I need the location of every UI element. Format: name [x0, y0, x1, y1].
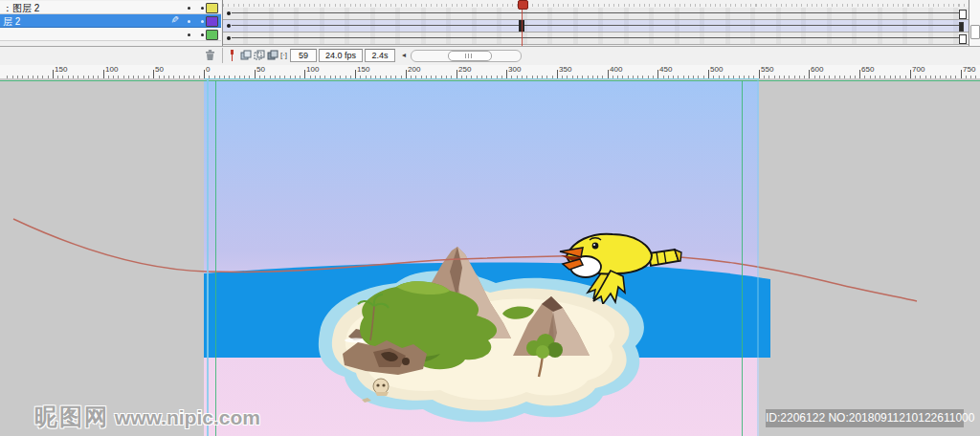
ruler-major-tick: [759, 70, 760, 78]
timeline-toolbar: [·] 59 24.0 fps 2.4s ◂: [0, 46, 980, 66]
visibility-dot[interactable]: [188, 7, 190, 10]
ruler-tick-label: 300: [508, 65, 521, 74]
lock-dot[interactable]: [201, 7, 204, 10]
scrollbar-thumb[interactable]: [970, 25, 980, 39]
bird-artwork[interactable]: [553, 224, 682, 304]
ruler-major-tick: [910, 70, 911, 78]
modify-markers-icon[interactable]: [·]: [278, 49, 290, 61]
animation-editor-window: ：图层 2 层 2 ✎: [0, 0, 980, 436]
trash-icon[interactable]: [204, 49, 216, 61]
current-frame-field[interactable]: 59: [290, 49, 317, 62]
frame-row[interactable]: [223, 33, 969, 45]
ruler-major-tick: [53, 70, 54, 78]
onion-skin-icon[interactable]: [239, 49, 252, 61]
outline-color-swatch[interactable]: [206, 30, 218, 40]
visibility-dot[interactable]: [188, 20, 190, 23]
ruler-major-tick: [809, 70, 810, 78]
span-end-marker[interactable]: [959, 34, 967, 44]
timeline-frames-area[interactable]: [223, 0, 969, 46]
tween-span[interactable]: [232, 25, 959, 26]
ruler-major-tick: [657, 70, 658, 78]
scrollbar-thumb[interactable]: [448, 51, 492, 61]
span-end-marker[interactable]: [959, 10, 967, 19]
vertical-guide-right[interactable]: [742, 80, 743, 436]
tween-span[interactable]: [232, 12, 959, 13]
thumb-grip: [465, 54, 474, 58]
center-frame-icon[interactable]: [226, 49, 238, 61]
ruler-major-tick: [103, 70, 104, 78]
ruler-tick-label: 450: [659, 65, 672, 74]
layers-panel: ：图层 2 层 2 ✎: [0, 0, 223, 46]
ruler-major-tick: [255, 70, 256, 78]
outline-color-swatch[interactable]: [206, 3, 218, 13]
stage-right-edge-guide[interactable]: [757, 78, 759, 436]
stage-canvas[interactable]: 昵图网 www.nipic.com ID:2206122 NO:20180911…: [0, 78, 980, 436]
ruler-tick-label: 200: [408, 65, 420, 74]
keyframe-dot[interactable]: [227, 11, 231, 15]
ruler-tick-label: 100: [306, 65, 319, 74]
frame-row[interactable]: [223, 8, 969, 20]
ruler-tick-label: 250: [458, 65, 471, 74]
lock-dot[interactable]: [201, 33, 204, 36]
ruler-tick-label: 750: [963, 65, 975, 74]
ruler-tick-label: 550: [761, 65, 773, 74]
ruler-tick-label: 600: [811, 65, 823, 74]
onion-skin-outlines-icon[interactable]: [253, 49, 265, 61]
ruler-tick-label: 100: [105, 65, 118, 74]
keyframe-dot[interactable]: [227, 36, 231, 40]
pencil-edit-icon: ✎: [169, 15, 180, 23]
lock-dot[interactable]: [201, 20, 204, 23]
ruler-major-tick: [557, 70, 558, 78]
stage-top-edge: [204, 78, 759, 79]
layer-row-selected[interactable]: 层 2 ✎: [0, 14, 221, 28]
keyframe-dot[interactable]: [227, 24, 231, 28]
ruler-tick-label: 0: [206, 65, 210, 74]
ruler-tick-label: 50: [155, 65, 164, 74]
ruler-tick-label: 650: [861, 65, 874, 74]
frame-row-selected[interactable]: [223, 20, 969, 33]
ruler-tick-label: 700: [912, 65, 924, 74]
toolbar-separator: [222, 48, 223, 63]
ruler-tick-label: 400: [610, 65, 622, 74]
ruler-tick-label: 500: [710, 65, 723, 74]
stage-left-edge-guide[interactable]: [207, 78, 209, 436]
vertical-guide-left[interactable]: [215, 80, 216, 436]
timeline-horizontal-scrollbar[interactable]: [411, 50, 522, 62]
tween-span[interactable]: [232, 37, 959, 38]
timeline-vertical-scrollbar[interactable]: [969, 0, 980, 46]
frame-rate-field[interactable]: 24.0 fps: [319, 49, 363, 62]
ruler-major-tick: [608, 70, 609, 78]
ruler-major-tick: [961, 70, 962, 78]
ruler-major-tick: [859, 70, 860, 78]
span-end-marker[interactable]: [959, 22, 964, 32]
ruler-major-tick: [457, 70, 457, 78]
motion-guide-path[interactable]: [0, 78, 980, 436]
layer-name: 层 2: [3, 15, 20, 29]
ruler-major-tick: [153, 70, 154, 78]
playhead-marker[interactable]: [518, 0, 528, 10]
layer-row-guide[interactable]: ：图层 2: [0, 1, 221, 14]
frame-ticks: [223, 4, 969, 7]
frame-number-ruler[interactable]: [223, 0, 969, 8]
ruler-tick-label: 350: [559, 65, 571, 74]
ruler-tick-label: 150: [357, 65, 369, 74]
ruler-major-tick: [506, 70, 507, 78]
outline-color-swatch[interactable]: [206, 16, 218, 27]
horizontal-ruler[interactable]: 1501005005010015020025030035040045050055…: [0, 65, 980, 79]
watermark-site-name: 昵图网: [34, 403, 109, 429]
watermark-site-url: www.nipic.com: [109, 406, 260, 428]
ruler-major-tick: [355, 70, 356, 78]
watermark-id-badge: ID:2206122 NO:20180911210122611000: [766, 409, 964, 427]
ruler-major-tick: [406, 70, 407, 78]
visibility-dot[interactable]: [188, 33, 190, 36]
elapsed-time-field: 2.4s: [365, 49, 395, 62]
ruler-major-tick: [708, 70, 709, 78]
ruler-major-tick: [204, 70, 205, 78]
ruler-major-tick: [304, 70, 305, 78]
layer-name: ：图层 2: [3, 2, 39, 15]
scroll-left-arrow[interactable]: ◂: [399, 50, 409, 60]
layer-row-bottom[interactable]: [0, 28, 221, 41]
timeline-panel: ：图层 2 层 2 ✎: [0, 0, 980, 46]
horizontal-guide[interactable]: [0, 80, 980, 81]
ruler-tick-label: 150: [55, 65, 67, 74]
